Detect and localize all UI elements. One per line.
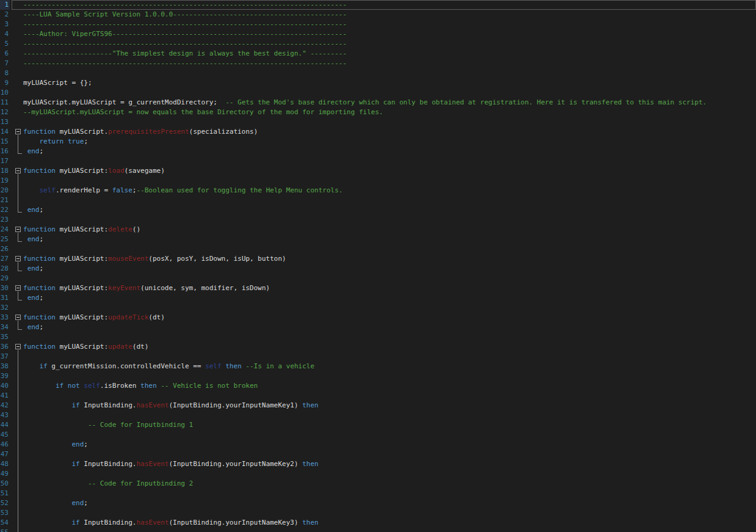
- code-text[interactable]: --myLUAScript.myLUAScript = now equals t…: [23, 107, 383, 117]
- fold-margin-guide-line: [10, 401, 23, 410]
- code-text[interactable]: end;: [23, 235, 43, 244]
- line-number[interactable]: 22: [0, 205, 10, 215]
- line-number[interactable]: 15: [0, 137, 10, 147]
- fold-collapse-icon[interactable]: [15, 315, 21, 320]
- code-text[interactable]: myLUAScript = {};: [23, 78, 92, 88]
- line-number[interactable]: 19: [0, 176, 10, 186]
- line-number[interactable]: 26: [0, 244, 10, 254]
- line-number[interactable]: 51: [0, 489, 10, 498]
- line-number[interactable]: 31: [0, 293, 10, 303]
- line-number[interactable]: 8: [0, 68, 10, 78]
- line-number[interactable]: 24: [0, 225, 10, 235]
- line-number[interactable]: 35: [0, 332, 10, 342]
- code-text[interactable]: if InputBinding.hasEvent(InputBinding.yo…: [23, 518, 318, 528]
- code-text[interactable]: return true;: [23, 137, 88, 147]
- code-text[interactable]: end;: [23, 264, 43, 274]
- line-number[interactable]: 6: [0, 49, 10, 59]
- line-number[interactable]: 36: [0, 342, 10, 352]
- line-number[interactable]: 45: [0, 430, 10, 440]
- code-text[interactable]: end;: [23, 205, 43, 215]
- code-text[interactable]: if InputBinding.hasEvent(InputBinding.yo…: [23, 459, 318, 469]
- line-number[interactable]: 29: [0, 274, 10, 283]
- code-text[interactable]: end;: [23, 498, 88, 508]
- code-text[interactable]: ----LUA Sample Script Version 1.0.0.0---…: [23, 10, 347, 20]
- code-text[interactable]: if g_currentMission.controlledVehicle ==…: [23, 362, 314, 371]
- line-number[interactable]: 27: [0, 254, 10, 264]
- line-number[interactable]: 20: [0, 186, 10, 195]
- line-number[interactable]: 17: [0, 156, 10, 166]
- code-text[interactable]: function myLUAScript:load(savegame): [23, 166, 165, 176]
- line-number[interactable]: 34: [0, 322, 10, 332]
- code-text[interactable]: function myLUAScript:delete(): [23, 225, 140, 235]
- line-number[interactable]: 32: [0, 303, 10, 313]
- line-number[interactable]: 42: [0, 401, 10, 410]
- line-number[interactable]: 52: [0, 498, 10, 508]
- line-number[interactable]: 55: [0, 528, 10, 532]
- code-text[interactable]: ----------------------------------------…: [23, 20, 347, 29]
- line-number[interactable]: 44: [0, 420, 10, 430]
- line-number[interactable]: 53: [0, 508, 10, 518]
- code-text[interactable]: end;: [23, 322, 43, 332]
- code-text[interactable]: if not self.isBroken then -- Vehicle is …: [23, 381, 258, 391]
- line-number[interactable]: 40: [0, 381, 10, 391]
- text-editor[interactable]: 1---------------------------------------…: [0, 0, 756, 532]
- fold-collapse-icon[interactable]: [15, 256, 21, 261]
- line-number[interactable]: 41: [0, 391, 10, 401]
- line-number[interactable]: 9: [0, 78, 10, 88]
- line-number[interactable]: 28: [0, 264, 10, 274]
- code-text[interactable]: ----------------------------------------…: [23, 0, 347, 10]
- line-number[interactable]: 49: [0, 469, 10, 479]
- line-number[interactable]: 47: [0, 450, 10, 459]
- line-number[interactable]: 7: [0, 59, 10, 68]
- line-number[interactable]: 33: [0, 313, 10, 322]
- line-number[interactable]: 12: [0, 107, 10, 117]
- code-text[interactable]: function myLUAScript:mouseEvent(posX, po…: [23, 254, 286, 264]
- code-text[interactable]: end;: [23, 293, 43, 303]
- line-number[interactable]: 37: [0, 352, 10, 362]
- fold-collapse-icon[interactable]: [15, 129, 21, 134]
- code-text[interactable]: self.renderHelp = false;--Boolean used f…: [23, 186, 343, 195]
- line-number[interactable]: 5: [0, 39, 10, 49]
- line-number[interactable]: 10: [0, 88, 10, 98]
- line-number[interactable]: 23: [0, 215, 10, 225]
- code-text[interactable]: ----------------------"The simplest desi…: [23, 49, 347, 59]
- line-number[interactable]: 2: [0, 10, 10, 20]
- line-number[interactable]: 38: [0, 362, 10, 371]
- code-text[interactable]: myLUAScript.myLUAScript = g_currentModDi…: [23, 98, 707, 107]
- code-text[interactable]: function myLUAScript:update(dt): [23, 342, 148, 352]
- code-text[interactable]: function myLUAScript:updateTick(dt): [23, 313, 165, 322]
- line-number[interactable]: 1: [0, 0, 10, 10]
- line-number[interactable]: 16: [0, 147, 10, 156]
- code-text[interactable]: if InputBinding.hasEvent(InputBinding.yo…: [23, 401, 318, 410]
- line-number[interactable]: 11: [0, 98, 10, 107]
- code-text[interactable]: -- Code for Inputbinding 2: [23, 479, 193, 489]
- fold-collapse-icon[interactable]: [15, 168, 21, 173]
- line-number[interactable]: 21: [0, 195, 10, 205]
- code-text[interactable]: ----Author: ViperGTS96------------------…: [23, 29, 347, 39]
- line-number[interactable]: 18: [0, 166, 10, 176]
- fold-collapse-icon[interactable]: [15, 344, 21, 349]
- code-text[interactable]: ----------------------------------------…: [23, 59, 347, 68]
- line-number[interactable]: 39: [0, 371, 10, 381]
- code-text[interactable]: ----------------------------------------…: [23, 39, 347, 49]
- code-line: 41: [0, 391, 756, 401]
- line-number[interactable]: 13: [0, 117, 10, 127]
- code-text[interactable]: end;: [23, 147, 43, 156]
- line-number[interactable]: 30: [0, 283, 10, 293]
- line-number[interactable]: 46: [0, 440, 10, 450]
- line-number[interactable]: 48: [0, 459, 10, 469]
- line-number[interactable]: 54: [0, 518, 10, 528]
- code-text[interactable]: function myLUAScript.prerequisitesPresen…: [23, 127, 258, 137]
- fold-collapse-icon[interactable]: [15, 227, 21, 232]
- code-text[interactable]: end;: [23, 440, 88, 450]
- line-number[interactable]: 3: [0, 20, 10, 29]
- line-number[interactable]: 50: [0, 479, 10, 489]
- code-text[interactable]: -- Code for Inputbinding 1: [23, 420, 193, 430]
- fold-collapse-icon[interactable]: [15, 285, 21, 291]
- line-number[interactable]: 43: [0, 410, 10, 420]
- line-number[interactable]: 4: [0, 29, 10, 39]
- code-text[interactable]: function myLUAScript:keyEvent(unicode, s…: [23, 283, 270, 293]
- token-comment: ----LUA Sample Script Version 1.0.0.0---…: [23, 10, 347, 18]
- line-number[interactable]: 14: [0, 127, 10, 137]
- line-number[interactable]: 25: [0, 235, 10, 244]
